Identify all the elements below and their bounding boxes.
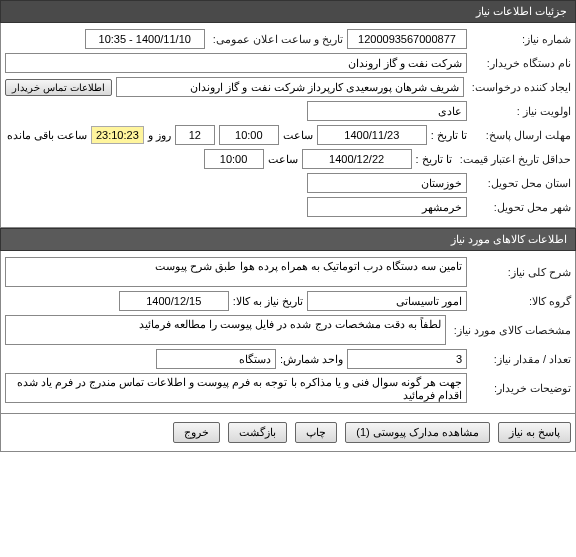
province-field[interactable]: [307, 173, 467, 193]
item-specs-label: مشخصات کالای مورد نیاز:: [450, 324, 571, 337]
reply-button[interactable]: پاسخ به نیاز: [498, 422, 571, 443]
qty-label: تعداد / مقدار نیاز:: [471, 353, 571, 366]
qty-field[interactable]: [347, 349, 467, 369]
general-desc-field[interactable]: تامین سه دستگاه درب اتوماتیک به همراه پر…: [5, 257, 467, 287]
items-info-header: اطلاعات کالاهای مورد نیاز: [0, 228, 576, 251]
reply-hour-field[interactable]: [219, 125, 279, 145]
need-info-body: شماره نیاز: تاریخ و ساعت اعلان عمومی: نا…: [0, 23, 576, 228]
hour-label-1: ساعت: [283, 129, 313, 142]
requester-field[interactable]: [116, 77, 464, 97]
days-left-field[interactable]: [175, 125, 215, 145]
min-validity-label: حداقل تاریخ اعتبار قیمت:: [456, 153, 571, 166]
print-button[interactable]: چاپ: [295, 422, 337, 443]
priority-field[interactable]: [307, 101, 467, 121]
announce-datetime-field[interactable]: [85, 29, 205, 49]
remaining-label: ساعت باقی مانده: [7, 129, 87, 142]
attachments-button[interactable]: مشاهده مدارک پیوستی (1): [345, 422, 490, 443]
until-date-label-2: تا تاریخ :: [416, 153, 452, 166]
item-group-label: گروه کالا:: [471, 295, 571, 308]
item-need-date-label: تاریخ نیاز به کالا:: [233, 295, 303, 308]
general-desc-label: شرح کلی نیاز:: [471, 266, 571, 279]
reply-date-field[interactable]: [317, 125, 427, 145]
validity-date-field[interactable]: [302, 149, 412, 169]
priority-label: اولویت نیاز :: [471, 105, 571, 118]
item-need-date-field[interactable]: [119, 291, 229, 311]
footer-bar: پاسخ به نیاز مشاهده مدارک پیوستی (1) چاپ…: [0, 414, 576, 452]
item-specs-field[interactable]: لطفاً به دقت مشخصات درج شده در فایل پیوس…: [5, 315, 446, 345]
day-and-label: روز و: [148, 129, 171, 142]
buyer-notes-label: توضیحات خریدار:: [471, 382, 571, 395]
buyer-org-field[interactable]: [5, 53, 467, 73]
hour-label-2: ساعت: [268, 153, 298, 166]
province-label: استان محل تحویل:: [471, 177, 571, 190]
items-info-title: اطلاعات کالاهای مورد نیاز: [451, 233, 567, 245]
buyer-org-label: نام دستگاه خریدار:: [471, 57, 571, 70]
until-date-label-1: تا تاریخ :: [431, 129, 467, 142]
need-info-title: جزئیات اطلاعات نیاز: [476, 5, 567, 17]
exit-button[interactable]: خروج: [173, 422, 220, 443]
item-group-field[interactable]: [307, 291, 467, 311]
reply-deadline-label: مهلت ارسال پاسخ:: [471, 129, 571, 142]
unit-field[interactable]: [156, 349, 276, 369]
need-number-label: شماره نیاز:: [471, 33, 571, 46]
need-number-field[interactable]: [347, 29, 467, 49]
back-button[interactable]: بازگشت: [228, 422, 287, 443]
buyer-contact-button[interactable]: اطلاعات تماس خریدار: [5, 79, 112, 96]
time-left-badge: 23:10:23: [91, 126, 144, 144]
buyer-notes-field[interactable]: جهت هر گونه سوال فنی و یا مذاکره با توجه…: [5, 373, 467, 403]
requester-label: ایجاد کننده درخواست:: [468, 81, 571, 94]
city-label: شهر محل تحویل:: [471, 201, 571, 214]
announce-datetime-label: تاریخ و ساعت اعلان عمومی:: [209, 33, 343, 46]
items-info-body: شرح کلی نیاز: تامین سه دستگاه درب اتومات…: [0, 251, 576, 414]
need-info-header: جزئیات اطلاعات نیاز: [0, 0, 576, 23]
validity-hour-field[interactable]: [204, 149, 264, 169]
city-field[interactable]: [307, 197, 467, 217]
unit-label: واحد شمارش:: [280, 353, 343, 366]
